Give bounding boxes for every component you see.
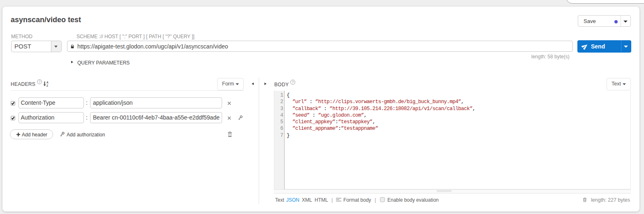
svg-text:Z: Z — [46, 84, 48, 87]
svg-text:A: A — [46, 81, 49, 84]
